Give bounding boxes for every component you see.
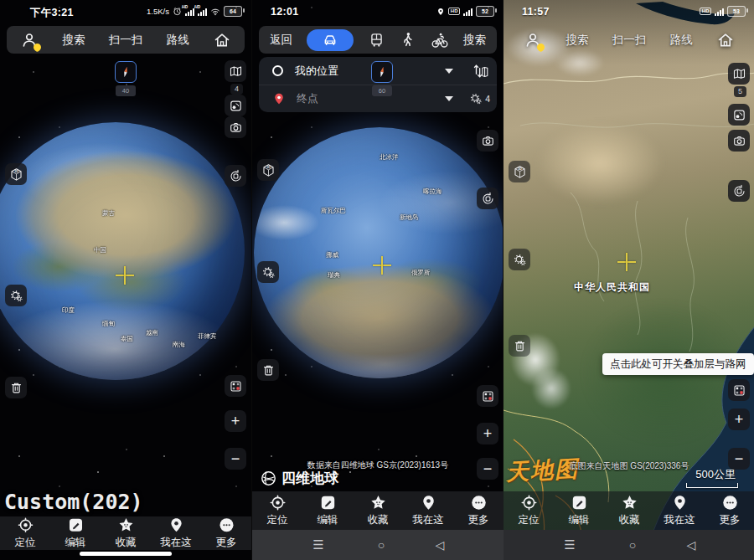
trash-icon: [9, 381, 23, 395]
route-button[interactable]: 路线: [670, 33, 693, 48]
zoom-in-button[interactable]: +: [728, 408, 750, 430]
screen-orientation-button[interactable]: [728, 104, 750, 126]
custom-layer-label: Custom(202): [4, 490, 143, 514]
nav-im-here[interactable]: 我在这: [403, 491, 453, 530]
nav-edit[interactable]: 编辑: [554, 491, 604, 530]
bicycle-icon: [431, 31, 449, 49]
android-back-button[interactable]: ◁: [431, 538, 449, 552]
scan-button[interactable]: 扫一扫: [612, 33, 647, 48]
swap-endpoints-button[interactable]: [472, 62, 490, 80]
nav-im-here[interactable]: 我在这: [654, 491, 705, 530]
rotate-view-button[interactable]: [225, 165, 246, 187]
screenshot-button[interactable]: [225, 116, 246, 138]
route-button[interactable]: 路线: [167, 33, 189, 48]
bottom-nav: 定位 编辑 收藏 我在这 更多: [252, 491, 504, 530]
nav-label: 我在这: [160, 536, 192, 550]
nav-more[interactable]: 更多: [453, 491, 504, 530]
home-button[interactable]: [716, 31, 735, 49]
nav-favorites[interactable]: 收藏: [101, 516, 151, 550]
search-button[interactable]: 搜索: [62, 33, 85, 48]
nav-edit[interactable]: 编辑: [50, 516, 101, 550]
screenshot-button[interactable]: [477, 130, 498, 152]
map-settings-button[interactable]: [509, 249, 530, 270]
3d-mode-button[interactable]: [257, 159, 279, 181]
android-back-button[interactable]: ◁: [682, 538, 700, 552]
search-button[interactable]: 搜索: [566, 33, 588, 48]
3d-mode-button[interactable]: [509, 161, 530, 182]
profile-button[interactable]: [524, 31, 542, 49]
scan-button[interactable]: 扫一扫: [109, 33, 143, 48]
nav-more[interactable]: 更多: [705, 491, 754, 530]
battery-indicator: 64: [224, 6, 242, 17]
route-settings-button[interactable]: 4: [469, 92, 490, 105]
map-settings-button[interactable]: [5, 285, 27, 306]
gear-icon: [9, 289, 23, 303]
snow-mountains-himalaya: [504, 316, 583, 413]
nav-favorites[interactable]: 收藏: [604, 491, 654, 530]
rotate-view-button[interactable]: [728, 180, 750, 202]
swap-map-icon: [472, 62, 490, 80]
nav-locate[interactable]: 定位: [0, 516, 50, 550]
mode-transit[interactable]: [368, 31, 385, 49]
country-label: 中华人民共和国: [574, 280, 650, 295]
nav-more[interactable]: 更多: [201, 516, 251, 550]
map-settings-button[interactable]: [257, 261, 279, 283]
map-label: 越南: [146, 329, 158, 337]
nav-favorites[interactable]: 收藏: [353, 491, 403, 530]
overlay-toggle-button[interactable]: [728, 379, 750, 401]
overlay-toggle-button[interactable]: [477, 385, 498, 407]
android-home-button[interactable]: ○: [372, 538, 390, 552]
layers-button[interactable]: [225, 60, 246, 82]
destination-pin-icon: [272, 92, 286, 105]
nav-locate[interactable]: 定位: [252, 491, 302, 530]
layers-count-badge: 4: [230, 84, 243, 95]
home-button[interactable]: [213, 31, 231, 49]
android-home-button[interactable]: ○: [623, 538, 642, 552]
pedestrian-icon: [399, 31, 416, 49]
hd-volte-icon: HD: [448, 8, 460, 15]
profile-button[interactable]: [20, 31, 39, 49]
mode-drive-selected[interactable]: [307, 29, 354, 51]
compass-needle-icon: [116, 63, 135, 81]
3d-mode-button[interactable]: [5, 163, 27, 185]
chevron-down-icon[interactable]: [445, 69, 453, 74]
nav-im-here[interactable]: 我在这: [151, 516, 201, 550]
recents-button[interactable]: ☰: [309, 537, 328, 552]
compass-control[interactable]: [115, 61, 137, 83]
nav-label: 收藏: [368, 513, 389, 527]
back-button[interactable]: 返回: [270, 33, 292, 48]
mode-walk[interactable]: [399, 31, 416, 49]
rotate-view-button[interactable]: [477, 188, 498, 209]
search-button[interactable]: 搜索: [463, 33, 486, 48]
clear-map-button[interactable]: [5, 377, 27, 398]
zoom-out-button[interactable]: −: [225, 448, 246, 470]
screen-orientation-button[interactable]: [225, 95, 246, 116]
overlay-toggle-button[interactable]: [225, 375, 246, 397]
overlay-grid-icon: [732, 383, 746, 398]
clear-map-button[interactable]: [509, 335, 530, 357]
3d-cube-icon: [261, 163, 276, 177]
bus-icon: [368, 31, 385, 49]
earth-globe-south-up[interactable]: [254, 127, 504, 378]
zoom-in-button[interactable]: +: [477, 423, 498, 444]
desert-region: [512, 100, 688, 226]
mode-bike[interactable]: [431, 31, 449, 49]
screenshot-button[interactable]: [728, 130, 750, 152]
map-pin-icon: [168, 516, 185, 534]
nav-edit[interactable]: 编辑: [302, 491, 353, 530]
compass-control[interactable]: [371, 61, 393, 83]
nav-label: 更多: [720, 513, 741, 527]
chevron-down-icon[interactable]: [445, 96, 453, 101]
status-icons: 1.5K/s HD HD 64: [147, 6, 245, 17]
recents-button[interactable]: ☰: [560, 537, 579, 552]
overlay-hint-tooltip[interactable]: 点击此处可开关叠加层与路网: [602, 353, 754, 375]
zoom-in-button[interactable]: +: [225, 410, 246, 432]
map-label: 菲律宾: [198, 332, 217, 340]
nav-locate[interactable]: 定位: [504, 491, 554, 530]
home-indicator[interactable]: [80, 552, 172, 556]
layers-button[interactable]: [728, 63, 750, 85]
clear-map-button[interactable]: [257, 359, 279, 381]
globe-swirl-logo-icon: [260, 470, 277, 487]
nav-label: 定位: [519, 513, 540, 527]
three-phone-screenshots: 下午3:21 1.5K/s HD HD 64 搜索 扫一扫 路线 40 蒙古 中…: [0, 0, 754, 560]
